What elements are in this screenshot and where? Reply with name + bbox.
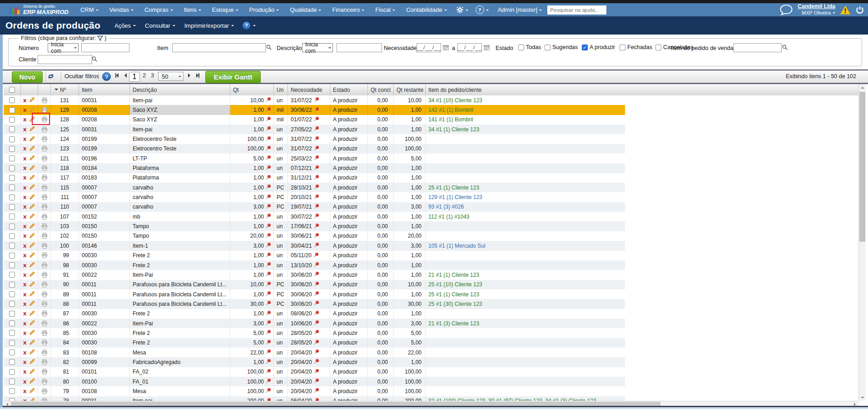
row-checkbox[interactable] — [4, 212, 21, 221]
pushpin-icon[interactable] — [314, 300, 319, 307]
pushpin-icon[interactable] — [314, 184, 319, 191]
descricao-input[interactable] — [337, 43, 382, 52]
edit-pencil-icon[interactable] — [29, 242, 35, 249]
sales-order-link[interactable]: 21 #1 (1) Cliente 123 — [426, 270, 625, 279]
pushpin-icon[interactable] — [266, 291, 271, 298]
pushpin-icon[interactable] — [314, 242, 319, 249]
refresh-icon[interactable] — [47, 72, 55, 82]
sales-order-link[interactable] — [426, 231, 625, 241]
delete-icon[interactable]: x — [23, 272, 27, 278]
sales-order-link[interactable]: 25 #1 (30) Cliente 123 — [426, 299, 625, 309]
edit-pencil-icon[interactable] — [29, 116, 35, 124]
print-icon[interactable] — [38, 163, 51, 173]
print-icon[interactable] — [38, 377, 51, 386]
page-number-current[interactable]: 1 — [129, 72, 140, 82]
chat-icon[interactable] — [779, 4, 793, 16]
edit-pencil-icon[interactable] — [29, 213, 35, 220]
pushpin-icon[interactable] — [313, 252, 319, 259]
row-checkbox[interactable] — [4, 367, 21, 377]
pushpin-icon[interactable] — [266, 369, 271, 375]
edit-pencil-icon[interactable] — [29, 106, 35, 114]
pushpin-icon[interactable] — [314, 349, 319, 356]
delete-icon[interactable]: x — [23, 253, 27, 258]
print-icon[interactable] — [38, 212, 51, 221]
pedido-search-icon[interactable] — [782, 44, 788, 52]
column-header-descricao[interactable]: Descrição — [130, 84, 230, 95]
sales-order-link[interactable]: 105 #1 (1) Mercado Sul — [426, 241, 625, 250]
row-checkbox[interactable] — [4, 202, 21, 212]
pushpin-icon[interactable] — [266, 398, 271, 401]
print-icon[interactable] — [38, 386, 51, 396]
pushpin-icon[interactable] — [314, 369, 319, 375]
pushpin-icon[interactable] — [314, 320, 319, 327]
table-row[interactable]: x 107 00152 mb 1,00 un 30/07/22 A produz… — [4, 212, 625, 221]
row-checkbox[interactable] — [4, 95, 21, 105]
edit-pencil-icon[interactable] — [29, 387, 35, 395]
nav-menu-financeiro[interactable]: Financeiro — [327, 6, 370, 13]
print-icon[interactable] — [38, 289, 51, 299]
table-row[interactable]: x 98 00030 Frete 2 1,00 un 13/10/20 A pr… — [4, 260, 625, 270]
delete-icon[interactable]: x — [23, 263, 27, 268]
print-icon[interactable] — [38, 95, 51, 105]
column-header-necessidade[interactable]: Necessidade — [288, 84, 330, 95]
item-input[interactable] — [172, 43, 266, 52]
row-checkbox[interactable] — [4, 338, 21, 348]
table-row[interactable]: x 81 00101 FA_02 100,00 un 20/04/20 A pr… — [4, 367, 625, 377]
help-search-input[interactable] — [547, 5, 606, 15]
sales-order-link[interactable] — [426, 154, 625, 163]
pushpin-icon[interactable] — [314, 223, 319, 230]
estado-checkbox-sugeridas[interactable]: Sugeridas — [545, 44, 578, 50]
sales-order-link[interactable]: 34 #1 (10) Cliente 123 — [426, 95, 625, 105]
delete-icon[interactable]: x — [23, 369, 27, 374]
pushpin-icon[interactable] — [266, 388, 271, 394]
print-icon[interactable] — [38, 357, 51, 367]
delete-icon[interactable]: x — [23, 301, 27, 307]
pushpin-icon[interactable] — [266, 136, 271, 143]
pushpin-icon[interactable] — [266, 107, 271, 114]
pushpin-icon[interactable] — [266, 194, 271, 201]
select-all-checkbox[interactable] — [4, 84, 21, 95]
last-page-button[interactable] — [196, 73, 199, 78]
pushpin-icon[interactable] — [314, 291, 319, 298]
delete-icon[interactable]: x — [23, 224, 27, 229]
print-icon[interactable] — [38, 367, 51, 377]
pushpin-icon[interactable] — [314, 165, 319, 172]
estado-checkbox-a-produzir[interactable]: ✓A produzir — [582, 44, 615, 50]
pushpin-icon[interactable] — [266, 204, 271, 210]
sales-order-link[interactable]: 25 #1 (10) Cliente 123 — [426, 280, 625, 289]
pushpin-icon[interactable] — [266, 165, 271, 172]
table-row[interactable]: x 100 00146 Item-1 3,00 un 30/04/21 A pr… — [4, 241, 625, 250]
page-number-2[interactable]: 2 — [143, 72, 146, 79]
edit-pencil-icon[interactable] — [29, 232, 35, 240]
print-icon[interactable] — [38, 144, 51, 154]
company-link[interactable]: Candemil Ltda — [798, 4, 835, 10]
sales-order-link[interactable] — [426, 163, 625, 173]
scroll-up-arrow[interactable] — [859, 84, 866, 91]
row-checkbox[interactable] — [4, 241, 21, 250]
row-checkbox[interactable] — [4, 105, 21, 115]
table-row[interactable]: x 99 00030 Frete 2 1,00 un 05/11/20 A pr… — [4, 251, 625, 260]
pushpin-icon[interactable] — [314, 213, 319, 220]
first-page-button[interactable] — [115, 73, 119, 78]
calendar-icon[interactable] — [443, 44, 449, 52]
table-row[interactable]: x 115 00007 carvalho 1,00 PC 28/10/21 A … — [4, 183, 625, 192]
column-header-estado[interactable]: Estado — [330, 84, 368, 95]
pushpin-icon[interactable] — [266, 310, 271, 317]
pushpin-icon[interactable] — [314, 233, 319, 239]
row-checkbox[interactable] — [4, 154, 21, 163]
pushpin-icon[interactable] — [266, 175, 271, 181]
sales-order-link[interactable]: 25 #1 (1) Cliente 123 — [426, 289, 625, 299]
pushpin-icon[interactable] — [314, 97, 319, 104]
row-checkbox[interactable] — [4, 183, 21, 192]
table-row[interactable]: x 123 00199 Eletrocentro Teste 100,00 un… — [4, 144, 625, 154]
row-checkbox[interactable] — [4, 289, 21, 299]
help-icon[interactable]: ? — [102, 72, 111, 81]
sales-order-link[interactable]: 112 #1 (1) #1043 — [426, 212, 625, 221]
row-checkbox[interactable] — [4, 251, 21, 260]
sales-order-link[interactable] — [426, 348, 625, 357]
edit-pencil-icon[interactable] — [29, 174, 35, 182]
table-row[interactable]: x 91 00022 Item-Pai 1,00 un 30/06/20 A p… — [4, 270, 625, 279]
vertical-scrollbar[interactable] — [858, 84, 866, 401]
column-header-item[interactable]: Item — [79, 84, 130, 95]
pushpin-icon[interactable] — [314, 175, 319, 181]
